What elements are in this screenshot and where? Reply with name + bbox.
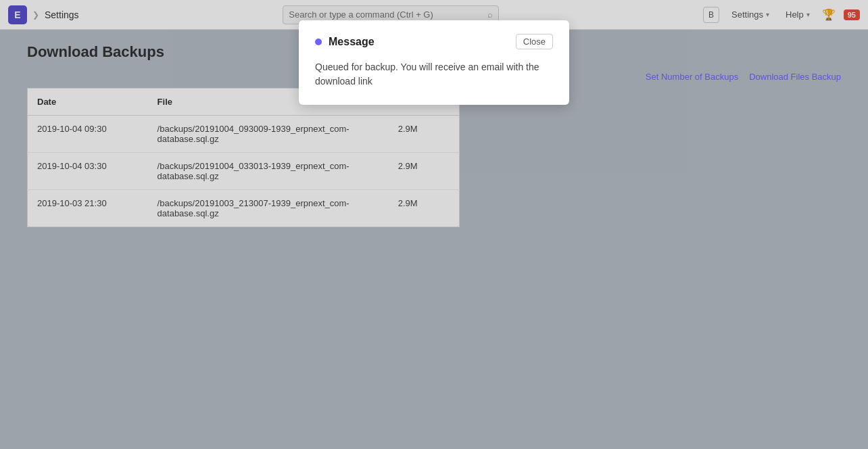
modal-body: Queued for backup. You will receive an e… xyxy=(315,60,553,89)
modal-title-row: Message xyxy=(315,36,375,48)
message-modal: Message Close Queued for backup. You wil… xyxy=(299,20,569,105)
modal-header: Message Close xyxy=(315,34,553,49)
modal-overlay: Message Close Queued for backup. You wil… xyxy=(0,0,868,449)
modal-close-button[interactable]: Close xyxy=(516,34,553,49)
modal-status-dot xyxy=(315,39,322,45)
modal-title: Message xyxy=(329,36,375,48)
